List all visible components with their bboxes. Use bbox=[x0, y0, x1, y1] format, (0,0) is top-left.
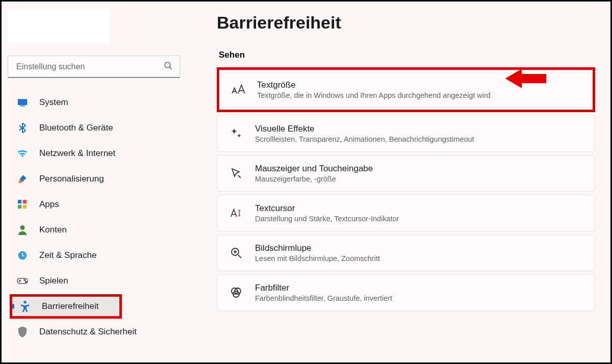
annotation-arrow bbox=[505, 67, 546, 90]
main-content: Barrierefreiheit Sehen Textgröße Textgrö… bbox=[190, 2, 610, 362]
svg-rect-6 bbox=[18, 205, 21, 209]
personalize-icon bbox=[17, 173, 28, 185]
apps-icon bbox=[17, 199, 28, 210]
sidebar-item-label: Bluetooth & Geräte bbox=[39, 123, 113, 133]
card-textcursor[interactable]: Textcursor Darstellung und Stärke, Textc… bbox=[217, 195, 595, 231]
text-size-icon bbox=[231, 82, 246, 97]
accounts-icon bbox=[17, 224, 28, 236]
sidebar: System Bluetooth & Geräte Netzwerk & Int… bbox=[2, 2, 190, 362]
svg-rect-2 bbox=[18, 99, 27, 105]
search-input[interactable] bbox=[8, 56, 180, 78]
accessibility-icon bbox=[19, 301, 31, 312]
sidebar-item-label: Spielen bbox=[39, 276, 68, 286]
network-icon bbox=[17, 148, 28, 159]
card-visuelle-effekte[interactable]: Visuelle Effekte Scrollleisten, Transpar… bbox=[217, 115, 595, 152]
card-subtitle: Farbenblindheitsfilter, Graustufe, inver… bbox=[255, 294, 392, 302]
sidebar-item-label: Konten bbox=[39, 225, 67, 235]
svg-line-1 bbox=[169, 67, 172, 69]
pointer-icon bbox=[228, 166, 244, 181]
effects-icon bbox=[228, 126, 244, 141]
color-filter-icon bbox=[228, 285, 244, 300]
svg-rect-5 bbox=[23, 200, 27, 203]
sidebar-item-konten[interactable]: Konten bbox=[10, 218, 184, 242]
sidebar-item-network[interactable]: Netzwerk & Internet bbox=[10, 141, 184, 166]
sidebar-item-apps[interactable]: Apps bbox=[10, 192, 184, 217]
card-bildschirmlupe[interactable]: Bildschirmlupe Lesen mit Bildschirmlupe,… bbox=[217, 235, 595, 271]
card-subtitle: Darstellung und Stärke, Textcursor-Indik… bbox=[255, 215, 399, 223]
nav: System Bluetooth & Geräte Netzwerk & Int… bbox=[10, 90, 184, 344]
privacy-icon bbox=[17, 326, 28, 337]
cursor-icon bbox=[228, 205, 244, 221]
card-subtitle: Lesen mit Bildschirmlupe, Zoomschritt bbox=[255, 254, 380, 263]
card-title: Mauszeiger und Toucheingabe bbox=[255, 164, 373, 174]
card-title: Bildschirmlupe bbox=[255, 243, 380, 253]
sidebar-item-barrierefreiheit[interactable]: Barrierefreiheit bbox=[10, 294, 122, 319]
card-title: Visuelle Effekte bbox=[255, 124, 474, 134]
svg-rect-7 bbox=[23, 205, 27, 209]
card-title: Textgröße bbox=[257, 80, 491, 90]
card-subtitle: Mauszeigerfarbe, -größe bbox=[255, 175, 373, 183]
sidebar-item-label: Netzwerk & Internet bbox=[39, 148, 115, 159]
user-block bbox=[8, 9, 110, 43]
sidebar-item-label: Barrierefreiheit bbox=[42, 301, 99, 311]
magnifier-icon bbox=[228, 245, 244, 261]
card-title: Textcursor bbox=[255, 203, 399, 214]
svg-point-0 bbox=[165, 62, 170, 68]
sidebar-item-label: System bbox=[39, 97, 68, 108]
sidebar-item-system[interactable]: System bbox=[10, 90, 184, 115]
card-subtitle: Scrollleisten, Transparenz, Animationen,… bbox=[255, 135, 474, 143]
sidebar-item-label: Apps bbox=[39, 199, 59, 210]
time-icon bbox=[17, 250, 28, 261]
search-icon bbox=[164, 61, 173, 72]
system-icon bbox=[17, 97, 28, 108]
sidebar-item-label: Personalisierung bbox=[39, 174, 104, 184]
sidebar-item-label: Zeit & Sprache bbox=[39, 250, 96, 261]
sidebar-item-bluetooth[interactable]: Bluetooth & Geräte bbox=[10, 116, 184, 140]
card-farbfilter[interactable]: Farbfilter Farbenblindheitsfilter, Graus… bbox=[217, 274, 595, 311]
gaming-icon bbox=[17, 275, 28, 287]
section-title: Sehen bbox=[219, 50, 595, 60]
sidebar-item-personalisierung[interactable]: Personalisierung bbox=[10, 167, 184, 191]
svg-point-12 bbox=[26, 281, 27, 282]
svg-point-13 bbox=[23, 301, 26, 303]
search-wrap bbox=[8, 56, 184, 78]
svg-point-8 bbox=[20, 225, 25, 230]
cards-list: Textgröße Textgröße, die in Windows und … bbox=[217, 67, 595, 311]
svg-rect-4 bbox=[18, 200, 21, 203]
card-title: Farbfilter bbox=[255, 283, 392, 293]
bluetooth-icon bbox=[17, 122, 28, 134]
svg-point-11 bbox=[24, 279, 26, 281]
sidebar-item-datenschutz[interactable]: Datenschutz & Sicherheit bbox=[10, 320, 184, 344]
page-title: Barrierefreiheit bbox=[217, 13, 595, 33]
svg-rect-3 bbox=[20, 106, 25, 107]
card-mauszeiger[interactable]: Mauszeiger und Toucheingabe Mauszeigerfa… bbox=[217, 155, 595, 192]
card-subtitle: Textgröße, die in Windows und Ihren Apps… bbox=[257, 91, 491, 99]
sidebar-item-zeit-sprache[interactable]: Zeit & Sprache bbox=[10, 243, 184, 268]
sidebar-item-label: Datenschutz & Sicherheit bbox=[39, 327, 137, 337]
sidebar-item-spielen[interactable]: Spielen bbox=[10, 269, 184, 293]
